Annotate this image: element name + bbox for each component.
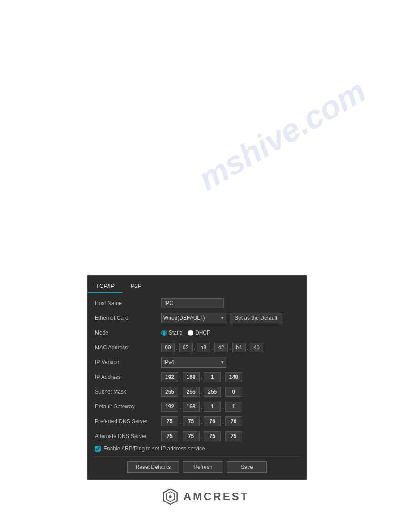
gw-seg-2[interactable]: [183, 402, 200, 412]
host-name-row: Host Name: [95, 297, 299, 309]
default-gateway-label: Default Gateway: [95, 403, 161, 410]
default-gateway-row: Default Gateway . . .: [95, 401, 299, 412]
alternate-dns-value: . . .: [161, 431, 299, 441]
logo-text: AMCREST: [184, 490, 249, 503]
reset-defaults-button[interactable]: Reset Defaults: [127, 461, 180, 473]
mac-address-value: . . . . .: [161, 343, 299, 352]
gw-seg-3[interactable]: [204, 402, 221, 412]
logo-icon: [162, 488, 179, 505]
svg-point-2: [169, 495, 172, 498]
default-gateway-fields: . . .: [161, 402, 242, 412]
ip-address-label: IP Address: [95, 374, 161, 380]
pdns-dot-1: .: [180, 418, 181, 425]
tab-bar: TCP/IP P2P: [88, 276, 306, 293]
arp-checkbox-label: Enable ARP/Ping to set IP address servic…: [103, 446, 205, 452]
alternate-dns-row: Alternate DNS Server . . .: [95, 430, 299, 442]
tab-p2p[interactable]: P2P: [123, 279, 150, 293]
adns-seg-1[interactable]: [161, 431, 178, 441]
ip-version-value: IPv4 IPv6: [161, 357, 299, 368]
host-name-value: [161, 298, 299, 308]
subnet-dot-3: .: [222, 389, 224, 395]
ip-version-select[interactable]: IPv4 IPv6: [161, 357, 226, 368]
ip-version-label: IP Version: [95, 359, 161, 365]
ethernet-card-row: Ethernet Card Wired(DEFAULT) Set as the …: [95, 312, 299, 324]
host-name-input[interactable]: [161, 298, 224, 308]
mode-label: Mode: [95, 330, 161, 336]
mac-fields: . . . . .: [161, 343, 263, 352]
ethernet-card-select-wrapper: Wired(DEFAULT): [161, 313, 226, 323]
ip-address-fields: . . .: [161, 372, 242, 382]
panel-content: Host Name Ethernet Card Wired(DEFAULT) S…: [88, 293, 306, 479]
gw-seg-1[interactable]: [161, 402, 178, 412]
gw-dot-1: .: [180, 403, 181, 410]
adns-dot-1: .: [180, 433, 181, 440]
mac-address-label: MAC Address: [95, 344, 161, 351]
pdns-seg-3[interactable]: [204, 416, 221, 426]
alternate-dns-fields: . . .: [161, 431, 242, 441]
mac-dot-4: .: [229, 344, 231, 351]
ip-address-row: IP Address . . .: [95, 371, 299, 383]
mac-seg-5[interactable]: [232, 343, 246, 352]
preferred-dns-fields: . . .: [161, 416, 242, 426]
ip-dot-1: .: [180, 374, 181, 381]
pdns-dot-3: .: [222, 418, 224, 425]
ip-addr-seg-4[interactable]: [225, 372, 242, 382]
mode-static-label[interactable]: Static: [161, 330, 182, 336]
subnet-mask-label: Subnet Mask: [95, 389, 161, 395]
ip-addr-seg-1[interactable]: [161, 372, 178, 382]
pdns-seg-1[interactable]: [161, 416, 178, 426]
subnet-seg-2[interactable]: [183, 387, 200, 397]
ip-addr-seg-2[interactable]: [183, 372, 200, 382]
mac-dot-2: .: [194, 344, 196, 351]
mode-radio-group: Static DHCP: [161, 330, 210, 336]
subnet-mask-value: . . .: [161, 387, 299, 397]
alternate-dns-label: Alternate DNS Server: [95, 433, 161, 439]
mode-value: Static DHCP: [161, 330, 299, 336]
subnet-seg-1[interactable]: [161, 387, 178, 397]
pdns-dot-2: .: [201, 418, 203, 425]
settings-panel: TCP/IP P2P Host Name Ethernet Card Wired…: [87, 275, 307, 480]
refresh-button[interactable]: Refresh: [183, 461, 223, 473]
adns-seg-3[interactable]: [204, 431, 221, 441]
mac-dot-1: .: [176, 344, 178, 351]
mac-seg-6[interactable]: [250, 343, 263, 352]
ip-version-select-wrapper: IPv4 IPv6: [161, 357, 226, 368]
mac-dot-3: .: [211, 344, 213, 351]
ip-addr-seg-3[interactable]: [204, 372, 221, 382]
ip-address-value: . . .: [161, 372, 299, 382]
mode-row: Mode Static DHCP: [95, 327, 299, 339]
watermark: mshive.com: [192, 72, 372, 197]
mode-static-radio[interactable]: [161, 330, 167, 336]
button-row: Reset Defaults Refresh Save: [95, 456, 299, 473]
subnet-seg-4[interactable]: [225, 387, 242, 397]
ethernet-card-label: Ethernet Card: [95, 315, 161, 321]
ip-version-row: IP Version IPv4 IPv6: [95, 356, 299, 368]
pdns-seg-2[interactable]: [183, 416, 200, 426]
mac-seg-2[interactable]: [179, 343, 193, 352]
mac-seg-3[interactable]: [197, 343, 210, 352]
preferred-dns-value: . . .: [161, 416, 299, 426]
mac-seg-1[interactable]: [161, 343, 175, 352]
set-default-button[interactable]: Set as the Default: [230, 313, 282, 323]
preferred-dns-row: Preferred DNS Server . . .: [95, 416, 299, 427]
adns-dot-3: .: [222, 433, 224, 440]
arp-checkbox[interactable]: [95, 446, 101, 452]
adns-seg-4[interactable]: [225, 431, 242, 441]
mode-dhcp-label[interactable]: DHCP: [188, 330, 210, 336]
ethernet-card-select[interactable]: Wired(DEFAULT): [161, 313, 226, 323]
gw-seg-4[interactable]: [225, 402, 242, 412]
save-button[interactable]: Save: [227, 461, 267, 473]
gw-dot-3: .: [222, 403, 224, 410]
pdns-seg-4[interactable]: [225, 416, 242, 426]
mode-static-text: Static: [169, 330, 182, 336]
adns-dot-2: .: [201, 433, 203, 440]
tab-tcpip[interactable]: TCP/IP: [88, 279, 123, 293]
default-gateway-value: . . .: [161, 402, 299, 412]
mode-dhcp-radio[interactable]: [188, 330, 193, 336]
subnet-seg-3[interactable]: [204, 387, 221, 397]
panel-wrapper: TCP/IP P2P Host Name Ethernet Card Wired…: [87, 275, 307, 480]
adns-seg-2[interactable]: [183, 431, 200, 441]
subnet-dot-2: .: [201, 389, 203, 395]
mac-seg-4[interactable]: [214, 343, 228, 352]
gw-dot-2: .: [201, 403, 203, 410]
